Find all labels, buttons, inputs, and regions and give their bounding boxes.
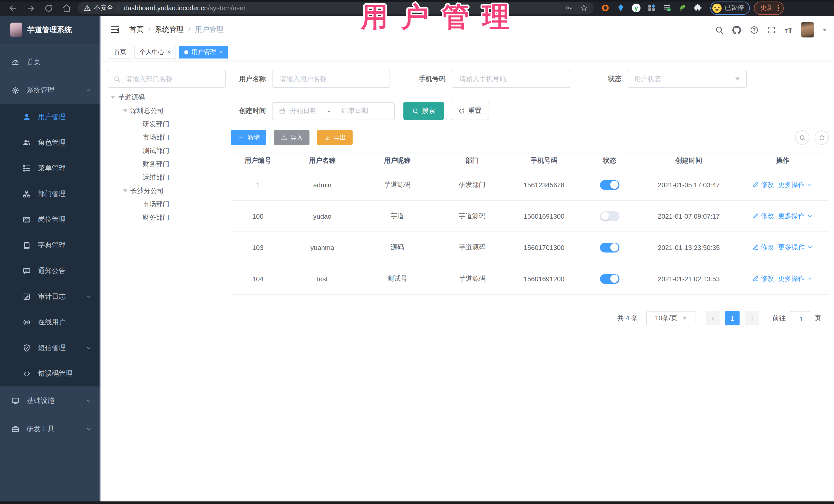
page-content: 芋道源码 深圳总公司 研发部门 市场部门 测试部门 财务部门 运维部门 长沙分公… bbox=[101, 61, 834, 501]
tree-node[interactable]: 长沙分公司 bbox=[108, 184, 226, 198]
sidebar-item-id-card[interactable]: 岗位管理 bbox=[0, 207, 101, 233]
sidebar-item-dashboard[interactable]: 首页 bbox=[0, 48, 101, 76]
tree-node[interactable]: 研发部门 bbox=[108, 117, 226, 131]
username-field[interactable] bbox=[272, 70, 390, 88]
sidebar-item-error-code[interactable]: 错误码管理 bbox=[0, 361, 101, 387]
mobile-field[interactable] bbox=[452, 70, 571, 88]
next-page-button[interactable] bbox=[745, 311, 759, 325]
grid-icon[interactable] bbox=[647, 4, 656, 12]
back-icon[interactable] bbox=[8, 3, 18, 13]
green-badge-icon[interactable]: y bbox=[632, 4, 640, 12]
tree-node[interactable]: 市场部门 bbox=[108, 131, 226, 144]
status-toggle[interactable] bbox=[600, 180, 619, 190]
sidebar-item-dev-tools[interactable]: 研发工具 bbox=[0, 415, 101, 443]
sidebar-collapse-icon[interactable] bbox=[110, 25, 120, 35]
leaf-icon[interactable] bbox=[678, 4, 687, 12]
help-icon[interactable] bbox=[750, 25, 758, 34]
more-actions-link[interactable]: 更多操作 bbox=[778, 212, 813, 221]
page-size-select[interactable]: 10条/页 bbox=[646, 311, 696, 325]
sidebar-item-sms[interactable]: 短信管理 bbox=[0, 335, 101, 361]
app-logo-row[interactable]: 芋道管理系统 bbox=[0, 16, 101, 44]
status-toggle[interactable] bbox=[600, 274, 619, 284]
goto-page-input[interactable] bbox=[790, 311, 812, 326]
bookmark-star-icon[interactable] bbox=[580, 4, 588, 12]
puzzle-icon[interactable] bbox=[694, 4, 702, 12]
adblock-ring-icon[interactable] bbox=[601, 4, 610, 12]
edit-link[interactable]: 修改 bbox=[752, 243, 774, 252]
status-select[interactable]: 用户状态 bbox=[628, 70, 747, 88]
gem-icon[interactable] bbox=[616, 4, 625, 12]
font-size-icon[interactable]: TT bbox=[785, 26, 792, 34]
sidebar-item-user[interactable]: 用户管理 bbox=[0, 104, 101, 130]
password-key-icon[interactable] bbox=[565, 4, 573, 12]
show-search-button[interactable] bbox=[795, 130, 809, 145]
reload-icon[interactable] bbox=[44, 3, 53, 13]
cell-actions: 修改 更多操作 bbox=[737, 243, 829, 252]
department-search[interactable] bbox=[108, 70, 226, 88]
add-button[interactable]: 新增 bbox=[231, 130, 266, 145]
forward-icon[interactable] bbox=[26, 3, 36, 13]
page-url[interactable]: dashboard.yudao.iocoder.cn/system/user bbox=[124, 4, 246, 12]
sidebar-item-announcement[interactable]: 通知公告 bbox=[0, 258, 101, 284]
tree-caret-icon[interactable] bbox=[111, 96, 118, 99]
cell-created: 2021-01-07 09:07:17 bbox=[641, 212, 737, 220]
tab[interactable]: 用户管理 × bbox=[179, 46, 228, 59]
browser-menu-icon[interactable] bbox=[777, 5, 779, 11]
avatar-caret-icon[interactable] bbox=[823, 28, 827, 31]
sidebar-item-users[interactable]: 角色管理 bbox=[0, 130, 101, 155]
edit-link[interactable]: 修改 bbox=[752, 274, 774, 283]
refresh-table-button[interactable] bbox=[814, 130, 829, 145]
status-toggle[interactable] bbox=[600, 242, 619, 252]
security-label[interactable]: 不安全 bbox=[94, 4, 113, 12]
edit-link[interactable]: 修改 bbox=[752, 212, 774, 221]
more-actions-link[interactable]: 更多操作 bbox=[778, 274, 813, 283]
tab-close-icon[interactable]: × bbox=[167, 49, 171, 55]
sidebar-item-infrastructure[interactable]: 基础设施 bbox=[0, 387, 101, 415]
more-actions-link[interactable]: 更多操作 bbox=[778, 180, 813, 190]
tree-node[interactable]: 财务部门 bbox=[108, 158, 226, 171]
switch-on-icon[interactable]: on bbox=[663, 4, 671, 12]
tree-node[interactable]: 财务部门 bbox=[108, 211, 226, 224]
home-icon[interactable] bbox=[62, 3, 71, 13]
tab-bar: 首页 个人中心 × 用户管理 × bbox=[101, 44, 834, 61]
user-avatar[interactable] bbox=[801, 22, 814, 38]
import-button[interactable]: 导入 bbox=[274, 130, 309, 145]
tree-node[interactable]: 深圳总公司 bbox=[108, 104, 226, 117]
tab[interactable]: 个人中心 × bbox=[134, 46, 176, 59]
tab[interactable]: 首页 bbox=[109, 46, 131, 59]
breadcrumb-system[interactable]: 系统管理 bbox=[155, 25, 184, 35]
reset-button[interactable]: 重置 bbox=[451, 102, 489, 120]
sidebar-item-dictionary[interactable]: 字典管理 bbox=[0, 233, 101, 258]
search-icon[interactable] bbox=[715, 25, 723, 34]
browser-profile-chip[interactable]: 已暂停 bbox=[710, 1, 750, 15]
breadcrumb-home[interactable]: 首页 bbox=[129, 25, 144, 35]
fullscreen-icon[interactable] bbox=[767, 25, 776, 34]
browser-update-button[interactable]: 更新 bbox=[754, 1, 784, 15]
sidebar-item-gear[interactable]: 系统管理 bbox=[0, 76, 101, 104]
sidebar-item-org-tree[interactable]: 部门管理 bbox=[0, 181, 101, 207]
prev-page-button[interactable] bbox=[706, 311, 720, 325]
username-input[interactable] bbox=[279, 74, 383, 83]
github-icon[interactable] bbox=[732, 25, 741, 34]
sidebar-item-menu-list[interactable]: 菜单管理 bbox=[0, 155, 101, 181]
department-search-input[interactable] bbox=[125, 74, 220, 83]
edit-link[interactable]: 修改 bbox=[752, 180, 774, 190]
tree-node[interactable]: 测试部门 bbox=[108, 144, 226, 158]
search-button[interactable]: 搜索 bbox=[403, 102, 444, 120]
tree-caret-icon[interactable] bbox=[123, 190, 130, 193]
extension-icons: y on bbox=[601, 4, 702, 12]
page-number-current[interactable]: 1 bbox=[725, 311, 740, 325]
tree-node[interactable]: 市场部门 bbox=[108, 198, 226, 211]
mobile-input[interactable] bbox=[458, 74, 565, 83]
sidebar-item-audit-log[interactable]: 审计日志 bbox=[0, 284, 101, 309]
sidebar-item-online-users[interactable]: 在线用户 bbox=[0, 309, 101, 335]
more-actions-link[interactable]: 更多操作 bbox=[778, 243, 813, 252]
goto-page-field[interactable] bbox=[790, 311, 810, 325]
date-range-picker[interactable]: 开始日期 - 结束日期 bbox=[272, 102, 395, 120]
tree-node[interactable]: 芋道源码 bbox=[108, 91, 226, 104]
export-button[interactable]: 导出 bbox=[317, 130, 353, 145]
tree-caret-icon[interactable] bbox=[123, 109, 130, 112]
tree-node[interactable]: 运维部门 bbox=[108, 171, 226, 184]
status-toggle[interactable] bbox=[600, 211, 619, 221]
tab-close-icon[interactable]: × bbox=[219, 49, 223, 55]
